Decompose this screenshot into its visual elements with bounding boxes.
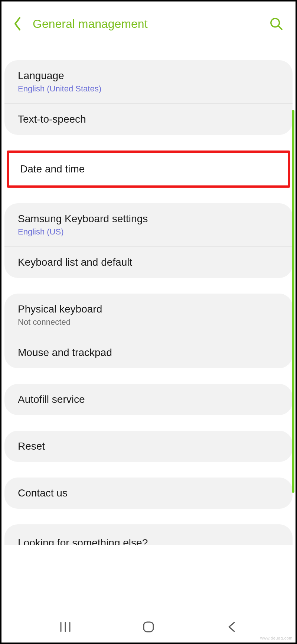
settings-card: Reset [4, 431, 293, 462]
settings-card: Autofill service [4, 384, 293, 415]
row-contact-us[interactable]: Contact us [4, 478, 293, 509]
settings-card: Samsung Keyboard settings English (US) K… [4, 203, 293, 278]
svg-rect-5 [144, 622, 153, 632]
header: General management [1, 1, 296, 43]
svg-line-1 [278, 26, 282, 30]
settings-card: Language English (United States) Text-to… [4, 60, 293, 135]
recents-button[interactable] [50, 618, 80, 636]
row-keyboard-list[interactable]: Keyboard list and default [4, 246, 293, 278]
row-text-to-speech[interactable]: Text-to-speech [4, 103, 293, 135]
row-title: Language [18, 70, 279, 82]
row-title: Reset [18, 440, 279, 452]
row-reset[interactable]: Reset [4, 431, 293, 462]
row-physical-keyboard[interactable]: Physical keyboard Not connected [4, 294, 293, 337]
row-looking-for[interactable]: Looking for something else? [4, 524, 293, 545]
scroll-indicator[interactable] [292, 110, 294, 493]
home-button[interactable] [134, 618, 163, 636]
row-title: Mouse and trackpad [18, 347, 279, 359]
row-title: Contact us [18, 487, 279, 499]
row-title: Text-to-speech [18, 113, 279, 125]
content-area: Language English (United States) Text-to… [1, 43, 296, 612]
row-autofill[interactable]: Autofill service [4, 384, 293, 415]
row-title: Date and time [20, 163, 277, 175]
settings-card: Contact us [4, 478, 293, 509]
search-icon[interactable] [268, 16, 284, 32]
row-samsung-keyboard[interactable]: Samsung Keyboard settings English (US) [4, 203, 293, 246]
row-date-and-time[interactable]: Date and time [7, 151, 290, 188]
row-language[interactable]: Language English (United States) [4, 60, 293, 103]
row-subtitle: English (United States) [18, 84, 279, 94]
row-title: Physical keyboard [18, 303, 279, 315]
row-subtitle: Not connected [18, 317, 279, 327]
row-title: Keyboard list and default [18, 256, 279, 268]
nav-bar [1, 611, 296, 643]
settings-card: Physical keyboard Not connected Mouse an… [4, 294, 293, 368]
back-icon[interactable] [13, 16, 22, 31]
page-title: General management [33, 17, 268, 31]
row-title: Samsung Keyboard settings [18, 213, 279, 225]
row-subtitle: English (US) [18, 227, 279, 237]
back-button[interactable] [217, 618, 247, 636]
row-title: Looking for something else? [18, 537, 279, 545]
row-title: Autofill service [18, 394, 279, 405]
watermark: www.deuaq.com [260, 636, 293, 640]
row-mouse-trackpad[interactable]: Mouse and trackpad [4, 337, 293, 368]
